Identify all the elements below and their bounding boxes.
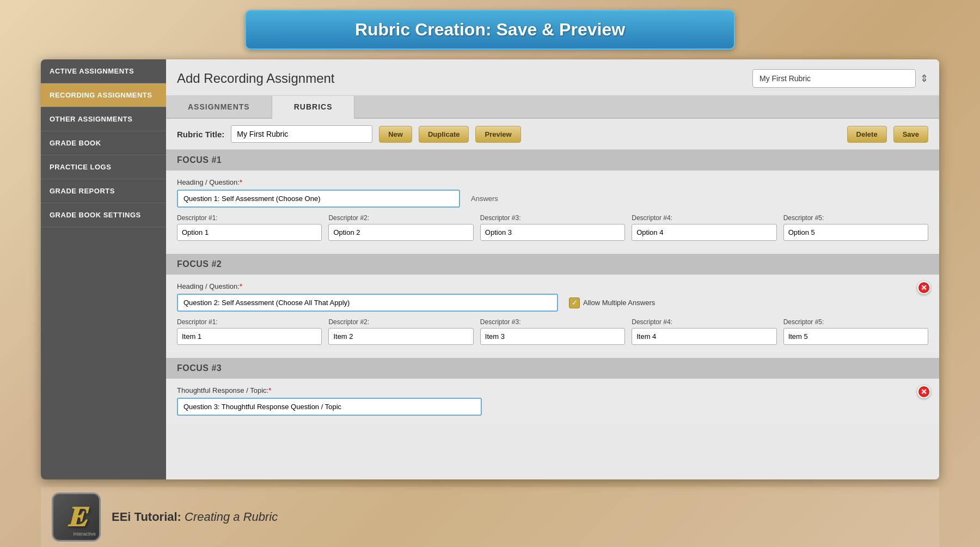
descriptor2-col: Descriptor #2: <box>328 214 473 241</box>
answers-note: Answers <box>471 195 498 203</box>
f2-descriptor1-col: Descriptor #1: <box>177 318 322 345</box>
rubric-title-label: Rubric Title: <box>177 130 224 139</box>
focus2-heading-row: ✓ Allow Multiple Answers <box>177 294 928 312</box>
focus1-section: FOCUS #1 Heading / Question:* Answers De… <box>166 150 939 248</box>
focus2-section: FOCUS #2 ✕ Heading / Question:* ✓ Allow … <box>166 254 939 352</box>
sidebar-item-practice-logs[interactable]: PRACTICE LOGS <box>41 155 166 179</box>
required-star3: * <box>268 386 271 394</box>
sidebar-item-grade-reports[interactable]: GRADE REPORTS <box>41 179 166 203</box>
focus3-header: FOCUS #3 <box>166 358 939 379</box>
toolbar-row: Rubric Title: New Duplicate Preview 2 Pr… <box>166 119 939 150</box>
rubric-title-input[interactable] <box>231 125 372 143</box>
focus3-section: FOCUS #3 ✕ Thoughtful Response / Topic:* <box>166 358 939 423</box>
desc4-input[interactable] <box>632 224 776 241</box>
logo-e-icon: 𝐄 <box>68 501 85 533</box>
f2-desc3-label: Descriptor #3: <box>480 318 625 326</box>
f2-desc2-label: Descriptor #2: <box>328 318 473 326</box>
f2-descriptor5-col: Descriptor #5: <box>783 318 928 345</box>
f2-desc5-label: Descriptor #5: <box>783 318 928 326</box>
tab-assignments[interactable]: ASSIGNMENTS <box>166 96 272 118</box>
sidebar: ACTIVE ASSIGNMENTS RECORDING ASSIGNMENTS… <box>41 59 166 479</box>
f2-descriptor4-col: Descriptor #4: <box>632 318 776 345</box>
required-star2: * <box>240 282 242 290</box>
required-star: * <box>240 178 242 186</box>
content-area: Add Recording Assignment My First Rubric… <box>166 59 939 479</box>
f2-descriptor3-col: Descriptor #3: <box>480 318 625 345</box>
top-banner: Rubric Creation: Save & Preview <box>245 10 735 50</box>
tutorial-title: Creating a Rubric <box>185 510 278 524</box>
rubric-content: Rubric Title: New Duplicate Preview 2 Pr… <box>166 119 939 479</box>
sidebar-item-grade-book-settings[interactable]: GRADE BOOK SETTINGS <box>41 203 166 227</box>
desc2-input[interactable] <box>328 224 473 241</box>
desc3-input[interactable] <box>480 224 625 241</box>
focus1-heading-input[interactable] <box>177 190 460 208</box>
tutorial-label: EEi Tutorial: <box>112 510 181 524</box>
descriptor5-col: Descriptor #5: <box>783 214 928 241</box>
descriptor1-col: Descriptor #1: <box>177 214 322 241</box>
focus3-body: ✕ Thoughtful Response / Topic:* <box>166 379 939 423</box>
save-button[interactable]: Save <box>893 126 928 143</box>
desc1-label: Descriptor #1: <box>177 214 322 222</box>
sidebar-item-active-assignments[interactable]: ACTIVE ASSIGNMENTS <box>41 59 166 83</box>
duplicate-button[interactable]: Duplicate <box>419 126 469 143</box>
f2-desc4-label: Descriptor #4: <box>632 318 776 326</box>
logo-box: 𝐄 Interactive <box>52 493 101 542</box>
focus2-delete-btn[interactable]: ✕ <box>917 281 930 294</box>
desc4-label: Descriptor #4: <box>632 214 776 222</box>
f2-desc2-input[interactable] <box>328 328 473 345</box>
allow-multiple-label: Allow Multiple Answers <box>583 299 655 307</box>
f2-desc1-label: Descriptor #1: <box>177 318 322 326</box>
f2-desc5-input[interactable] <box>783 328 928 345</box>
focus2-heading-label: Heading / Question:* <box>177 282 928 290</box>
focus3-delete-btn[interactable]: ✕ <box>917 385 930 398</box>
focus2-header: FOCUS #2 <box>166 254 939 275</box>
dropdown-arrow-icon: ⇕ <box>920 72 928 84</box>
tutorial-info: EEi Tutorial: Creating a Rubric <box>112 510 278 524</box>
f2-desc3-input[interactable] <box>480 328 625 345</box>
descriptor3-col: Descriptor #3: <box>480 214 625 241</box>
content-header: Add Recording Assignment My First Rubric… <box>166 59 939 96</box>
main-container: ACTIVE ASSIGNMENTS RECORDING ASSIGNMENTS… <box>41 59 939 479</box>
f2-desc4-input[interactable] <box>632 328 776 345</box>
focus1-heading-row: Answers <box>177 190 928 208</box>
logo-interactive-text: Interactive <box>73 531 96 537</box>
focus1-descriptors: Descriptor #1: Descriptor #2: Descriptor… <box>177 214 928 241</box>
bottom-bar: 𝐄 Interactive EEi Tutorial: Creating a R… <box>41 487 939 547</box>
delete-button[interactable]: Delete <box>847 126 887 143</box>
desc3-label: Descriptor #3: <box>480 214 625 222</box>
allow-multiple-area: ✓ Allow Multiple Answers <box>569 297 655 308</box>
sidebar-item-recording-assignments[interactable]: RECORDING ASSIGNMENTS <box>41 83 166 107</box>
focus1-heading-label: Heading / Question:* <box>177 178 928 186</box>
desc2-label: Descriptor #2: <box>328 214 473 222</box>
focus2-descriptors: Descriptor #1: Descriptor #2: Descriptor… <box>177 318 928 345</box>
focus2-body: ✕ Heading / Question:* ✓ Allow Multiple … <box>166 275 939 352</box>
focus3-topic-input[interactable] <box>177 398 482 416</box>
descriptor4-col: Descriptor #4: <box>632 214 776 241</box>
desc1-input[interactable] <box>177 224 322 241</box>
rubric-dropdown[interactable]: My First Rubric <box>752 69 916 88</box>
page-title: Add Recording Assignment <box>177 71 335 86</box>
focus1-body: Heading / Question:* Answers Descriptor … <box>166 171 939 248</box>
focus2-heading-input[interactable] <box>177 294 558 312</box>
allow-multiple-checkbox[interactable]: ✓ <box>569 297 580 308</box>
focus3-topic-label: Thoughtful Response / Topic:* <box>177 386 928 394</box>
focus1-header: FOCUS #1 <box>166 150 939 171</box>
preview-button[interactable]: Preview <box>475 126 520 143</box>
f2-descriptor2-col: Descriptor #2: <box>328 318 473 345</box>
desc5-label: Descriptor #5: <box>783 214 928 222</box>
tabs-bar: ASSIGNMENTS RUBRICS <box>166 96 939 119</box>
banner-title: Rubric Creation: Save & Preview <box>262 20 718 40</box>
sidebar-item-grade-book[interactable]: GRADE BOOK <box>41 131 166 155</box>
desc5-input[interactable] <box>783 224 928 241</box>
f2-desc1-input[interactable] <box>177 328 322 345</box>
tab-rubrics[interactable]: RUBRICS <box>272 96 355 119</box>
rubric-selector: My First Rubric ⇕ <box>752 69 928 88</box>
new-button[interactable]: New <box>379 126 412 143</box>
sidebar-item-other-assignments[interactable]: OTHER ASSIGNMENTS <box>41 107 166 131</box>
